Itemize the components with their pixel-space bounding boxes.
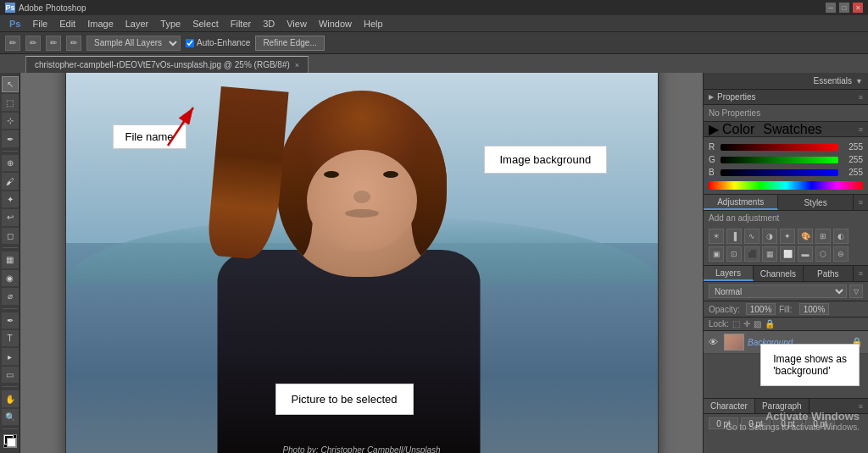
tool-clone-stamp[interactable]: ✦	[2, 191, 19, 207]
blend-mode-select[interactable]: Normal	[709, 285, 847, 298]
color-menu-icon[interactable]: ≡	[859, 125, 863, 134]
adj-curves[interactable]: ∿	[744, 229, 760, 244]
properties-menu-icon[interactable]: ≡	[859, 93, 863, 102]
paths-tab[interactable]: Paths	[804, 266, 854, 281]
adjustments-menu-icon[interactable]: ≡	[854, 195, 868, 210]
spectrum-bar[interactable]	[709, 181, 863, 190]
tool-pen[interactable]: ✒	[2, 312, 19, 329]
adj-color-balance[interactable]: ⊞	[815, 229, 831, 244]
tool-type[interactable]: T	[2, 330, 19, 346]
tool-spot-healing[interactable]: ⊕	[2, 155, 19, 171]
tool-brush[interactable]: 🖌	[2, 173, 19, 189]
lock-image-icon[interactable]: ▨	[754, 319, 761, 329]
r-slider[interactable]	[721, 144, 838, 151]
layers-filter-btn[interactable]: ▽	[849, 285, 863, 298]
tool-zoom[interactable]: 🔍	[2, 409, 19, 425]
pt-input-4[interactable]	[805, 417, 835, 429]
tool-blur[interactable]: ◉	[2, 270, 19, 286]
menu-ps[interactable]: Ps	[3, 15, 26, 31]
tool-options-icon-4[interactable]: ✏	[66, 36, 81, 51]
tool-history-brush[interactable]: ↩	[2, 209, 19, 225]
document-tab[interactable]: christopher-campbell-rDEOVtE7vOs-unsplas…	[25, 56, 309, 73]
maximize-button[interactable]: □	[839, 3, 849, 13]
pt-input-3[interactable]	[773, 417, 803, 429]
adj-channel-mixer[interactable]: ⊡	[726, 246, 742, 262]
lock-all-icon[interactable]: ⬚	[732, 319, 740, 329]
pt-input-2[interactable]	[741, 417, 771, 429]
lock-lock-icon[interactable]: 🔒	[765, 319, 775, 329]
properties-collapse-arrow[interactable]: ▶	[709, 93, 714, 101]
menu-3d[interactable]: 3D	[257, 15, 281, 31]
adj-posterize[interactable]: ▦	[762, 246, 777, 262]
refine-edge-button[interactable]: Refine Edge...	[255, 36, 324, 51]
menu-edit[interactable]: Edit	[53, 15, 81, 31]
menu-help[interactable]: Help	[358, 15, 389, 31]
menu-filter[interactable]: Filter	[225, 15, 257, 31]
layer-visibility-icon[interactable]: 👁	[709, 337, 721, 347]
fill-input[interactable]	[799, 303, 829, 315]
tool-options-icon-1[interactable]: ✏	[5, 36, 20, 51]
styles-tab[interactable]: Styles	[778, 195, 853, 210]
tool-eraser[interactable]: ◻	[2, 228, 19, 244]
minimize-button[interactable]: ─	[826, 3, 836, 13]
color-collapse-arrow[interactable]: ▶	[709, 121, 719, 137]
character-menu-icon[interactable]: ≡	[854, 399, 868, 413]
paragraph-tab[interactable]: Paragraph	[755, 399, 810, 413]
adj-color-lookup[interactable]: ⬛	[744, 246, 760, 262]
canvas-wrapper: File name Image background Picture to be…	[65, 73, 659, 453]
tool-dodge[interactable]: ⌀	[2, 288, 19, 304]
file-name-label: File name	[125, 130, 174, 143]
tool-eyedropper[interactable]: ✒	[2, 130, 19, 146]
adj-vibrance[interactable]: ✦	[780, 229, 795, 244]
tool-path-selection[interactable]: ▸	[2, 348, 19, 364]
tool-shape[interactable]: ▭	[2, 367, 19, 383]
adj-levels[interactable]: ▐	[726, 229, 742, 244]
menu-type[interactable]: Type	[154, 15, 186, 31]
menu-view[interactable]: View	[281, 15, 313, 31]
opacity-input[interactable]	[746, 303, 776, 315]
swatches-tab-label[interactable]: Swatches	[763, 122, 821, 137]
tool-options-icon-3[interactable]: ✏	[46, 36, 61, 51]
adj-hue-sat[interactable]: 🎨	[798, 229, 813, 244]
adj-exposure[interactable]: ◑	[762, 229, 777, 244]
tool-selection[interactable]: ↖	[2, 76, 19, 92]
lock-label: Lock:	[709, 319, 729, 329]
tool-lasso[interactable]: ⬚	[2, 94, 19, 110]
adj-selective-color[interactable]: ⬡	[815, 246, 831, 262]
b-slider[interactable]	[721, 169, 838, 176]
adj-brightness[interactable]: ☀	[709, 229, 724, 244]
adj-invert[interactable]: ⊖	[833, 246, 849, 262]
adj-bw[interactable]: ◐	[833, 229, 849, 244]
menu-file[interactable]: File	[26, 15, 53, 31]
layers-menu-icon[interactable]: ≡	[854, 266, 868, 281]
adj-threshold[interactable]: ⬜	[780, 246, 795, 262]
layers-tab[interactable]: Layers	[704, 266, 754, 281]
adjustment-icons: ☀ ▐ ∿ ◑ ✦ 🎨 ⊞ ◐ ▣ ⊡ ⬛ ▦ ⬜ ▬ ⬡ ⊖	[704, 225, 868, 265]
pt-input-1[interactable]	[709, 417, 738, 429]
tool-crop[interactable]: ⊹	[2, 113, 19, 129]
b-label: B	[709, 168, 717, 177]
background-color[interactable]	[7, 438, 16, 447]
color-tab-label[interactable]: Color	[722, 122, 754, 137]
tool-hand[interactable]: ✋	[2, 390, 19, 406]
sample-all-layers-select[interactable]: Sample All Layers	[86, 36, 181, 51]
menu-layer[interactable]: Layer	[120, 15, 155, 31]
menu-window[interactable]: Window	[313, 15, 358, 31]
close-button[interactable]: ✕	[853, 3, 863, 13]
layer-thumbnail	[724, 334, 744, 351]
menu-select[interactable]: Select	[186, 15, 225, 31]
g-slider[interactable]	[721, 157, 838, 163]
auto-enhance-checkbox[interactable]: Auto-Enhance	[186, 38, 250, 47]
lock-move-icon[interactable]: ✛	[743, 319, 750, 329]
tool-options-icon-2[interactable]: ✏	[25, 36, 41, 51]
auto-enhance-check[interactable]	[186, 39, 194, 47]
channels-tab[interactable]: Channels	[754, 266, 804, 281]
adjustments-tab[interactable]: Adjustments	[704, 195, 778, 210]
tool-gradient[interactable]: ▦	[2, 251, 19, 268]
color-boxes[interactable]	[3, 434, 17, 448]
tab-close-button[interactable]: ×	[295, 61, 299, 69]
adj-gradient-map[interactable]: ▬	[798, 246, 813, 262]
adj-photo-filter[interactable]: ▣	[709, 246, 724, 262]
character-tab[interactable]: Character	[704, 399, 755, 413]
menu-image[interactable]: Image	[81, 15, 120, 31]
